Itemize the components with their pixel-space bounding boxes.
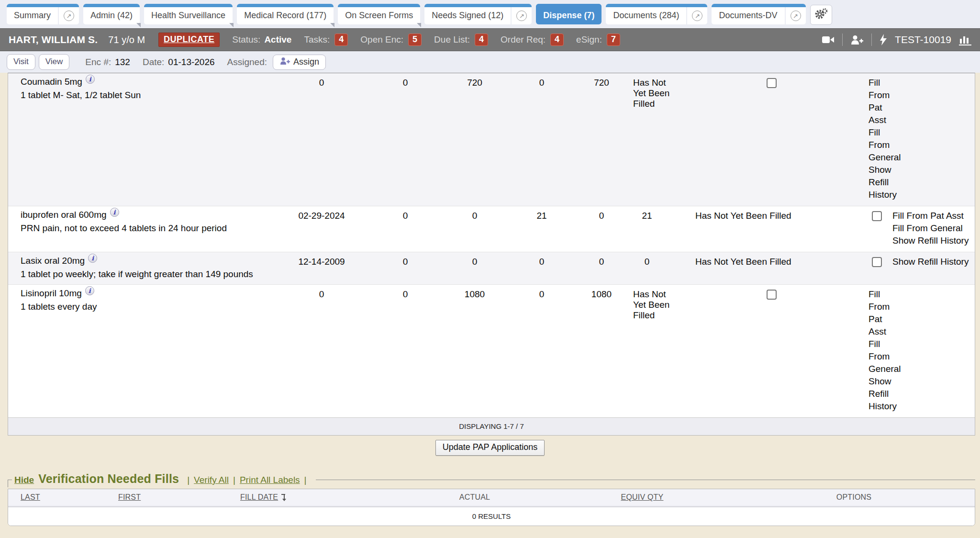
pap-med-table: Coumadin 5mg 1 tablet M- Sat, 1/2 tablet…	[8, 73, 975, 436]
patient-name: HART, WILLIAM S.	[9, 34, 98, 45]
esign-label: eSign:	[576, 34, 602, 45]
med-qty: 0	[616, 256, 678, 267]
med-checkbox[interactable]	[767, 78, 777, 88]
update-pap-applications-button[interactable]: Update PAP Applications	[435, 440, 545, 456]
show-refill-history-link[interactable]: Show Refill History	[869, 164, 889, 201]
duplicate-badge[interactable]: DUPLICATE	[158, 33, 220, 47]
med-name: Coumadin 5mg	[21, 77, 82, 87]
med-checkbox[interactable]	[872, 257, 882, 267]
table-row: ibuprofen oral 600mg PRN pain, not to ex…	[8, 206, 975, 252]
tasks-count-badge[interactable]: 4	[334, 34, 348, 46]
fill-status: Has Not Yet Been Filled	[616, 288, 678, 321]
med-qty: 0	[453, 210, 496, 221]
popout-icon[interactable]	[791, 11, 801, 21]
tab-dispense-label[interactable]: Dispense (7)	[536, 7, 601, 24]
tab-documents-dv-label[interactable]: Documents-DV	[712, 7, 784, 24]
assign-button-label: Assign	[293, 57, 319, 67]
verification-needed-fills-section: Hide Verification Needed Fills Verify Al…	[8, 472, 975, 526]
fill-from-pat-asst-link[interactable]: Fill From Pat Asst	[892, 210, 975, 222]
show-refill-history-link[interactable]: Show Refill History	[892, 235, 975, 247]
status-label: Status:	[232, 34, 260, 45]
med-checkbox[interactable]	[767, 290, 777, 300]
med-qty: 0	[496, 256, 587, 267]
tab-health-surveillance[interactable]: Health Surveillance	[144, 4, 233, 24]
tab-documents[interactable]: Documents (284)	[606, 4, 707, 24]
open-enc-label: Open Enc:	[360, 34, 403, 45]
tab-on-screen-forms[interactable]: On Screen Forms	[338, 4, 420, 24]
popout-icon[interactable]	[692, 11, 702, 21]
med-qty: 0	[286, 288, 357, 300]
column-header-options: OPTIONS	[733, 493, 975, 502]
enc-date-label: Date:	[143, 57, 164, 67]
med-sig: 1 tablets every day	[21, 302, 286, 312]
sort-desc-icon	[280, 494, 286, 501]
med-checkbox[interactable]	[872, 211, 882, 221]
verify-all-link[interactable]: Verify All	[194, 475, 229, 485]
add-user-icon[interactable]	[850, 35, 864, 45]
fill-status: Has Not Yet Been Filled	[616, 77, 678, 109]
tab-needs-signed[interactable]: Needs Signed (12)	[424, 4, 532, 24]
fill-from-pat-asst-link[interactable]: Fill From Pat Asst	[869, 288, 889, 338]
verification-section-title: Verification Needed Fills	[38, 472, 179, 486]
tab-documents-dv[interactable]: Documents-DV	[712, 4, 805, 24]
info-icon[interactable]	[110, 208, 119, 217]
tab-bar: Summary Admin (42) Health Surveillance M…	[0, 0, 980, 28]
due-list-count-badge[interactable]: 4	[475, 34, 488, 46]
patient-banner: HART, WILLIAM S. 71 y/o M DUPLICATE Stat…	[0, 28, 980, 51]
med-qty: 0	[357, 288, 453, 300]
tab-medical-record-label[interactable]: Medical Record (177)	[237, 7, 334, 24]
tab-needs-signed-label[interactable]: Needs Signed (12)	[424, 7, 511, 24]
tab-on-screen-forms-label[interactable]: On Screen Forms	[338, 7, 420, 24]
info-icon[interactable]	[86, 75, 95, 84]
fill-from-pat-asst-link[interactable]: Fill From Pat Asst	[869, 77, 889, 126]
tab-medical-record[interactable]: Medical Record (177)	[237, 4, 334, 24]
med-sig: 1 tablet M- Sat, 1/2 tablet Sun	[21, 90, 286, 101]
column-header-fill-date[interactable]: FILL DATE	[240, 493, 398, 502]
med-qty: 0	[286, 77, 357, 88]
med-qty: 21	[496, 210, 587, 221]
popout-icon[interactable]	[516, 11, 527, 21]
esign-count-badge[interactable]: 7	[607, 34, 620, 46]
column-header-first[interactable]: FIRST	[118, 493, 240, 502]
table-row: Coumadin 5mg 1 tablet M- Sat, 1/2 tablet…	[8, 73, 975, 206]
assign-button[interactable]: Assign	[273, 55, 326, 70]
visit-button[interactable]: Visit	[7, 54, 35, 70]
fill-from-general-link[interactable]: Fill From General	[892, 222, 975, 235]
view-button[interactable]: View	[39, 54, 70, 70]
show-refill-history-link[interactable]: Show Refill History	[892, 256, 975, 268]
popout-icon[interactable]	[64, 11, 74, 21]
med-qty: 1080	[587, 288, 616, 300]
tab-settings-button[interactable]	[810, 5, 832, 25]
column-header-last[interactable]: LAST	[8, 493, 118, 502]
patient-age-sex: 71 y/o M	[108, 34, 145, 45]
assign-user-icon	[279, 57, 290, 67]
tab-summary[interactable]: Summary	[7, 4, 79, 24]
hide-verification-link[interactable]: Hide	[14, 475, 34, 485]
info-icon[interactable]	[85, 286, 94, 295]
open-enc-count-badge[interactable]: 5	[408, 34, 422, 46]
med-qty: 720	[587, 77, 616, 88]
lightning-icon[interactable]	[880, 34, 887, 45]
tab-admin[interactable]: Admin (42)	[83, 4, 140, 24]
tab-health-surveillance-label[interactable]: Health Surveillance	[144, 7, 233, 24]
fill-from-general-link[interactable]: Fill From General	[869, 338, 889, 375]
tab-admin-label[interactable]: Admin (42)	[83, 7, 140, 24]
info-icon[interactable]	[88, 254, 97, 263]
column-header-equiv-qty[interactable]: EQUIV QTY	[551, 493, 733, 502]
print-all-labels-link[interactable]: Print All Labels	[240, 475, 300, 485]
tab-summary-label[interactable]: Summary	[7, 7, 58, 24]
gear-icon	[814, 8, 828, 22]
video-call-icon[interactable]	[822, 35, 835, 44]
med-qty: 0	[587, 256, 616, 267]
show-refill-history-link[interactable]: Show Refill History	[869, 375, 889, 413]
enc-number-label: Enc #:	[85, 57, 111, 67]
table-row: Lasix oral 20mg 1 tablet po weekly; take…	[8, 252, 975, 284]
chart-icon[interactable]	[959, 34, 971, 45]
fill-from-general-link[interactable]: Fill From General	[869, 126, 889, 164]
tab-dispense[interactable]: Dispense (7)	[536, 4, 601, 24]
assigned-label: Assigned:	[227, 57, 267, 67]
med-sig: 1 tablet po weekly; take if weight great…	[21, 269, 286, 280]
tab-documents-label[interactable]: Documents (284)	[606, 7, 686, 24]
order-req-count-badge[interactable]: 4	[550, 34, 564, 46]
tasks-label: Tasks:	[304, 34, 330, 45]
